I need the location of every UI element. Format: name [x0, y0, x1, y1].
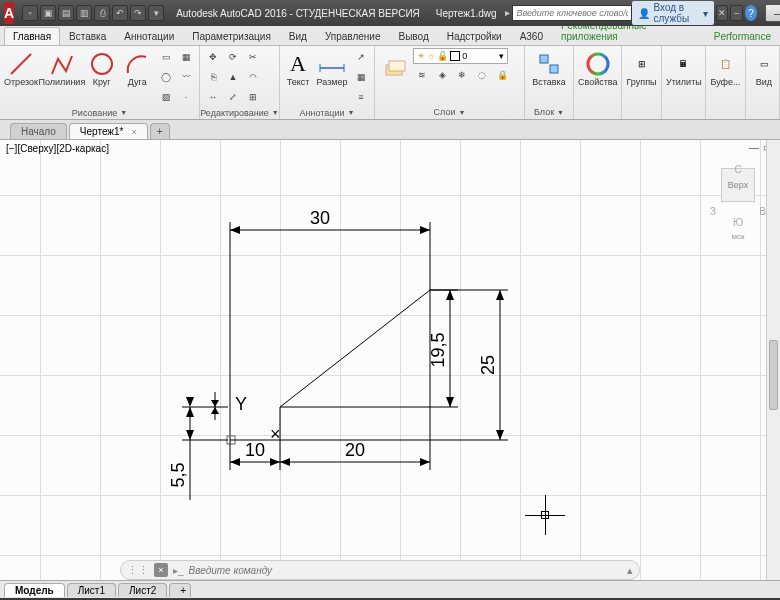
move-icon[interactable]: ✥ [204, 48, 222, 66]
panel-draw-title[interactable]: Рисование▼ [4, 106, 195, 119]
viewcube-south[interactable]: Ю [708, 217, 768, 228]
tab-home[interactable]: Главная [4, 27, 60, 45]
drawing-geometry: × Y 30 10 20 [0, 140, 780, 580]
polyline-button[interactable]: Полилиния [42, 48, 82, 87]
viewcube-north[interactable]: С [708, 164, 768, 175]
spline-icon[interactable]: 〰 [177, 68, 195, 86]
layer-props-button[interactable] [379, 51, 411, 81]
fillet-icon[interactable]: ◠ [244, 68, 262, 86]
tab-output[interactable]: Вывод [390, 27, 438, 45]
close-tab-icon[interactable]: × [131, 127, 136, 137]
view-button[interactable]: ▭Вид [750, 48, 778, 87]
exchange-icon[interactable]: ✕ [716, 5, 729, 21]
viewcube[interactable]: С Верх З В Ю мск [708, 160, 768, 260]
properties-button[interactable]: Свойства [578, 48, 618, 87]
dash-icon[interactable]: – [730, 5, 743, 21]
ellipse-icon[interactable]: ◯ [157, 68, 175, 86]
region-icon[interactable]: ▨ [157, 88, 175, 106]
line-button[interactable]: Отрезок [4, 48, 38, 87]
new-tab-button[interactable]: + [150, 123, 170, 139]
dim-25: 25 [478, 355, 498, 375]
quick-access-toolbar: ▫ ▣ ▤ ▥ ⎙ ↶ ↷ ▾ [18, 5, 168, 21]
canvas[interactable]: × Y 30 10 20 [0, 140, 780, 580]
utilities-button[interactable]: 🖩Утилиты [666, 48, 702, 87]
rect-icon[interactable]: ▭ [157, 48, 175, 66]
app-logo[interactable]: A [4, 2, 14, 24]
arc-button[interactable]: Дуга [121, 48, 153, 87]
circle-button[interactable]: Круг [86, 48, 118, 87]
layer-iso-icon[interactable]: ◈ [433, 66, 451, 84]
tab-view[interactable]: Вид [280, 27, 316, 45]
qat-more-icon[interactable]: ▾ [148, 5, 164, 21]
leader-icon[interactable]: ↗ [352, 48, 370, 66]
cmd-menu-icon[interactable]: ▴ [627, 564, 633, 577]
panel-block-title[interactable]: Блок▼ [529, 105, 569, 119]
hatch-icon[interactable]: ▦ [177, 48, 195, 66]
mirror-icon[interactable]: ▲ [224, 68, 242, 86]
tab-parametric[interactable]: Параметризация [183, 27, 280, 45]
chevron-down-icon: ▾ [499, 51, 504, 61]
command-input[interactable] [189, 565, 622, 576]
close-cmdline-icon[interactable]: × [154, 563, 168, 577]
panel-edit-title[interactable]: Редактирование▼ [204, 106, 275, 119]
title-search[interactable]: ▸ [505, 5, 633, 21]
panel-layers-title[interactable]: Слои▼ [379, 105, 520, 119]
tab-performance[interactable]: Performance [705, 27, 780, 45]
viewcube-east[interactable]: В [759, 206, 766, 217]
qat-redo-icon[interactable]: ↷ [130, 5, 146, 21]
scrollbar-thumb[interactable] [769, 340, 778, 410]
tab-sheet1[interactable]: Лист1 [67, 583, 116, 597]
tab-sheet2[interactable]: Лист2 [118, 583, 167, 597]
grip-icon[interactable]: ⋮⋮ [127, 564, 149, 577]
add-layout-button[interactable]: + [169, 583, 191, 597]
clipboard-button[interactable]: 📋Буфе... [710, 48, 741, 87]
panel-view: ▭Вид [746, 46, 780, 119]
qat-new-icon[interactable]: ▫ [22, 5, 38, 21]
qat-undo-icon[interactable]: ↶ [112, 5, 128, 21]
drawing-area[interactable]: [−][Сверху][2D-каркас] — ▭ С Верх З В Ю … [0, 140, 780, 580]
copy-icon[interactable]: ⎘ [204, 68, 222, 86]
stretch-icon[interactable]: ↔ [204, 88, 222, 106]
qat-open-icon[interactable]: ▣ [40, 5, 56, 21]
tab-annotate[interactable]: Аннотации [115, 27, 183, 45]
text-button[interactable]: AТекст [284, 48, 312, 87]
viewcube-wcs[interactable]: мск [708, 232, 768, 241]
vertical-scrollbar[interactable] [766, 140, 780, 580]
layer-lock-icon[interactable]: 🔒 [493, 66, 511, 84]
command-line[interactable]: ⋮⋮ × ▸_ ▴ [120, 560, 640, 580]
insert-block-button[interactable]: Вставка [529, 48, 569, 87]
qat-print-icon[interactable]: ⎙ [94, 5, 110, 21]
array-icon[interactable]: ⊞ [244, 88, 262, 106]
file-tab-drawing1[interactable]: Чертеж1*× [69, 123, 148, 139]
groups-button[interactable]: ⊞Группы [626, 48, 657, 87]
minimize-button[interactable]: — [765, 4, 780, 22]
minimize-viewport-icon[interactable]: — [749, 142, 759, 153]
panel-annot-title[interactable]: Аннотации▼ [284, 106, 370, 119]
search-input[interactable] [512, 5, 632, 21]
qat-save-icon[interactable]: ▤ [58, 5, 74, 21]
layer-off-icon[interactable]: ◌ [473, 66, 491, 84]
layer-freeze-icon[interactable]: ❄ [453, 66, 471, 84]
layer-combo[interactable]: ☀ ☼ 🔓 0 ▾ [413, 48, 508, 64]
rotate-icon[interactable]: ⟳ [224, 48, 242, 66]
tab-model[interactable]: Модель [4, 583, 65, 597]
tab-addins[interactable]: Надстройки [438, 27, 511, 45]
layer-match-icon[interactable]: ≋ [413, 66, 431, 84]
signin-button[interactable]: 👤 Вход в службы ▾ [632, 1, 713, 25]
mtext-icon[interactable]: ≡ [352, 88, 370, 106]
dim-10: 10 [245, 440, 265, 460]
scale-icon[interactable]: ⤢ [224, 88, 242, 106]
tab-manage[interactable]: Управление [316, 27, 390, 45]
tab-insert[interactable]: Вставка [60, 27, 115, 45]
trim-icon[interactable]: ✂ [244, 48, 262, 66]
dimension-button[interactable]: Размер [316, 48, 348, 87]
table-icon[interactable]: ▦ [352, 68, 370, 86]
tab-a360[interactable]: A360 [511, 27, 552, 45]
qat-saveas-icon[interactable]: ▥ [76, 5, 92, 21]
viewport-label[interactable]: [−][Сверху][2D-каркас] [6, 143, 109, 154]
file-tab-start[interactable]: Начало [10, 123, 67, 139]
point-icon[interactable]: · [177, 88, 195, 106]
help-icon[interactable]: ? [745, 5, 757, 21]
viewcube-west[interactable]: З [710, 206, 716, 217]
layer-color-swatch [450, 51, 460, 61]
